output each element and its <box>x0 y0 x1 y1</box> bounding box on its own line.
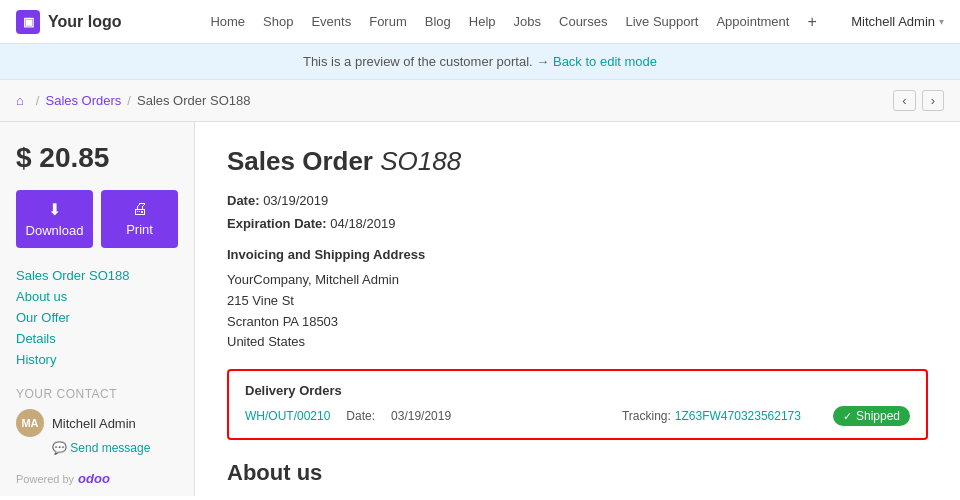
logo-icon: ▣ <box>16 10 40 34</box>
about-us-text: This is a sample quotation template. You… <box>227 494 928 496</box>
chevron-down-icon: ▾ <box>939 16 944 27</box>
logo-text: Your logo <box>48 13 121 31</box>
order-title: Sales Order SO188 <box>227 146 928 177</box>
tracking-link[interactable]: 1Z63FW470323562173 <box>675 409 801 423</box>
link-sales-order[interactable]: Sales Order SO188 <box>16 268 178 283</box>
user-name: Mitchell Admin <box>851 14 935 29</box>
nav-help[interactable]: Help <box>469 14 496 29</box>
link-history[interactable]: History <box>16 352 178 367</box>
breadcrumb-navigation: ‹ › <box>893 90 944 111</box>
date-field: Date: 03/19/2019 <box>227 193 928 208</box>
print-icon: 🖨 <box>132 200 148 218</box>
nav-courses[interactable]: Courses <box>559 14 607 29</box>
download-icon: ⬇ <box>48 200 61 219</box>
contact-name: Mitchell Admin <box>52 416 136 431</box>
breadcrumb-sales-orders[interactable]: Sales Orders <box>45 93 121 108</box>
nav-events[interactable]: Events <box>311 14 351 29</box>
nav-jobs[interactable]: Jobs <box>514 14 541 29</box>
nav-plus-icon[interactable]: + <box>807 13 816 31</box>
contact-section-label: Your Contact <box>16 387 178 401</box>
link-details[interactable]: Details <box>16 331 178 346</box>
address-line-1: YourCompany, Mitchell Admin <box>227 270 928 291</box>
delivery-tracking: Tracking: 1Z63FW470323562173 <box>622 409 801 423</box>
delivery-section-title: Delivery Orders <box>245 383 910 398</box>
prev-button[interactable]: ‹ <box>893 90 915 111</box>
nav-forum[interactable]: Forum <box>369 14 407 29</box>
avatar: MA <box>16 409 44 437</box>
sidebar: $ 20.85 ⬇ Download 🖨 Print Sales Order S… <box>0 122 195 496</box>
address-section-title: Invoicing and Shipping Address <box>227 247 928 262</box>
sidebar-contact: MA Mitchell Admin 💬 Send message <box>16 409 178 455</box>
address-block: YourCompany, Mitchell Admin 215 Vine St … <box>227 270 928 353</box>
nav-appointment[interactable]: Appointment <box>716 14 789 29</box>
breadcrumb: ⌂ / Sales Orders / Sales Order SO188 ‹ › <box>0 80 960 122</box>
delivery-orders-box: Delivery Orders WH/OUT/00210 Date: 03/19… <box>227 369 928 440</box>
preview-text: This is a preview of the customer portal… <box>303 54 533 69</box>
about-us-title: About us <box>227 460 928 486</box>
nav-shop[interactable]: Shop <box>263 14 293 29</box>
expiry-field: Expiration Date: 04/18/2019 <box>227 216 928 231</box>
address-line-2: 215 Vine St <box>227 291 928 312</box>
download-button[interactable]: ⬇ Download <box>16 190 93 248</box>
sidebar-links: Sales Order SO188 About us Our Offer Det… <box>16 268 178 367</box>
nav-links: Home Shop Events Forum Blog Help Jobs Co… <box>176 13 851 31</box>
shipped-status: Shipped <box>856 409 900 423</box>
message-dot-icon: 💬 <box>52 441 70 455</box>
preview-bar: This is a preview of the customer portal… <box>0 44 960 80</box>
home-icon[interactable]: ⌂ <box>16 93 24 108</box>
nav-blog[interactable]: Blog <box>425 14 451 29</box>
next-button[interactable]: › <box>922 90 944 111</box>
address-line-4: United States <box>227 332 928 353</box>
download-label: Download <box>26 223 84 238</box>
send-message-link[interactable]: 💬 Send message <box>52 441 178 455</box>
preview-arrow: → <box>536 54 553 69</box>
logo[interactable]: ▣ Your logo <box>16 10 176 34</box>
sidebar-buttons: ⬇ Download 🖨 Print <box>16 190 178 248</box>
tracking-label: Tracking: <box>622 409 671 423</box>
separator-2: / <box>127 93 131 108</box>
shipped-badge: Shipped <box>833 406 910 426</box>
odoo-logo: odoo <box>78 471 110 486</box>
order-amount: $ 20.85 <box>16 142 178 174</box>
print-button[interactable]: 🖨 Print <box>101 190 178 248</box>
main-layout: $ 20.85 ⬇ Download 🖨 Print Sales Order S… <box>0 122 960 496</box>
content-area: Sales Order SO188 Date: 03/19/2019 Expir… <box>195 122 960 496</box>
back-to-edit-link[interactable]: Back to edit mode <box>553 54 657 69</box>
delivery-date-value: 03/19/2019 <box>391 409 451 423</box>
delivery-order-ref[interactable]: WH/OUT/00210 <box>245 409 330 423</box>
delivery-row: WH/OUT/00210 Date: 03/19/2019 Tracking: … <box>245 406 910 426</box>
top-navigation: ▣ Your logo Home Shop Events Forum Blog … <box>0 0 960 44</box>
separator-1: / <box>36 93 40 108</box>
powered-by: Powered by odoo <box>16 455 178 486</box>
nav-live-support[interactable]: Live Support <box>625 14 698 29</box>
delivery-date-label: Date: <box>346 409 375 423</box>
print-label: Print <box>126 222 153 237</box>
contact-name-row: MA Mitchell Admin <box>16 409 178 437</box>
breadcrumb-current: Sales Order SO188 <box>137 93 250 108</box>
nav-home[interactable]: Home <box>210 14 245 29</box>
user-menu[interactable]: Mitchell Admin ▾ <box>851 14 944 29</box>
link-our-offer[interactable]: Our Offer <box>16 310 178 325</box>
address-line-3: Scranton PA 18503 <box>227 312 928 333</box>
link-about-us[interactable]: About us <box>16 289 178 304</box>
